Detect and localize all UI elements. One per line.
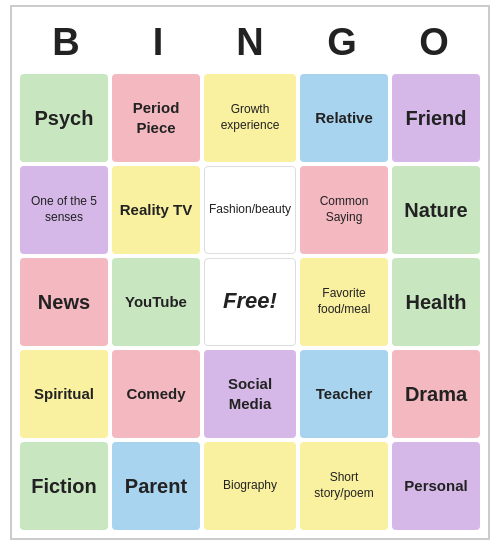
- cell-r0-c1: Period Piece: [112, 74, 200, 162]
- cell-r1-c0: One of the 5 senses: [20, 166, 108, 254]
- cell-r2-c2: Free!: [204, 258, 296, 346]
- cell-r1-c1: Reality TV: [112, 166, 200, 254]
- cell-r2-c4: Health: [392, 258, 480, 346]
- cell-r2-c0: News: [20, 258, 108, 346]
- cell-r1-c3: Common Saying: [300, 166, 388, 254]
- cell-r1-c4: Nature: [392, 166, 480, 254]
- cell-r0-c2: Growth experience: [204, 74, 296, 162]
- bingo-header: BINGO: [20, 15, 480, 74]
- header-letter: I: [114, 21, 202, 64]
- cell-r4-c0: Fiction: [20, 442, 108, 530]
- cell-r3-c2: Social Media: [204, 350, 296, 438]
- cell-r1-c2: Fashion/beauty: [204, 166, 296, 254]
- header-letter: G: [298, 21, 386, 64]
- bingo-grid: PsychPeriod PieceGrowth experienceRelati…: [20, 74, 480, 530]
- cell-r3-c4: Drama: [392, 350, 480, 438]
- header-letter: B: [22, 21, 110, 64]
- header-letter: N: [206, 21, 294, 64]
- cell-r0-c0: Psych: [20, 74, 108, 162]
- bingo-card: BINGO PsychPeriod PieceGrowth experience…: [10, 5, 490, 540]
- cell-r3-c1: Comedy: [112, 350, 200, 438]
- header-letter: O: [390, 21, 478, 64]
- cell-r3-c0: Spiritual: [20, 350, 108, 438]
- cell-r0-c3: Relative: [300, 74, 388, 162]
- cell-r4-c1: Parent: [112, 442, 200, 530]
- cell-r4-c2: Biography: [204, 442, 296, 530]
- cell-r4-c4: Personal: [392, 442, 480, 530]
- cell-r4-c3: Short story/poem: [300, 442, 388, 530]
- cell-r2-c3: Favorite food/meal: [300, 258, 388, 346]
- cell-r3-c3: Teacher: [300, 350, 388, 438]
- cell-r2-c1: YouTube: [112, 258, 200, 346]
- cell-r0-c4: Friend: [392, 74, 480, 162]
